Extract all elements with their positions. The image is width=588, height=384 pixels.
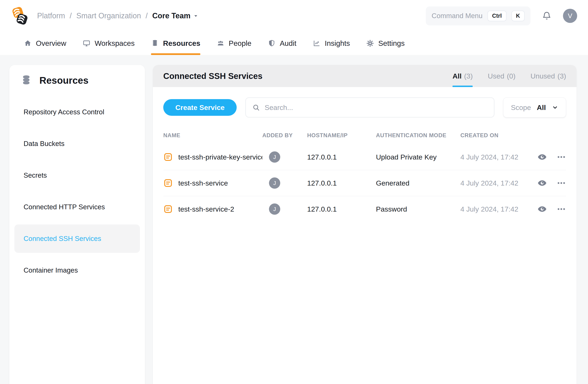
tab-resources[interactable]: Resources [151, 32, 200, 55]
command-menu-button[interactable]: Command Menu Ctrl K [426, 6, 530, 25]
home-icon [24, 39, 32, 47]
auth-mode: Generated [376, 179, 460, 187]
added-by-avatar[interactable]: J [269, 177, 280, 189]
gear-icon [366, 39, 374, 47]
col-created-on: CREATED ON [460, 132, 532, 139]
sidebar-item-repository-access-control[interactable]: Repository Access Control [14, 98, 140, 126]
filter-tab-label: Used [488, 72, 504, 80]
scope-value: All [537, 103, 546, 112]
search-box[interactable] [245, 97, 494, 117]
table-header-row: NAME ADDED BY HOSTNAME/IP AUTHENTICATION… [153, 127, 577, 144]
added-by-avatar[interactable]: J [269, 203, 280, 215]
main-panel: Connected SSH Services All (3) Used (0) … [153, 65, 577, 384]
tab-insights[interactable]: Insights [313, 32, 350, 55]
kbd-ctrl: Ctrl [487, 11, 506, 21]
scope-label: Scope [511, 103, 531, 112]
chevron-down-icon [552, 104, 558, 111]
table-row[interactable]: test-ssh-service J 127.0.0.1 Generated 4… [153, 170, 577, 196]
table-row[interactable]: test-ssh-private-key-service J 127.0.0.1… [153, 144, 577, 170]
tab-label: People [229, 39, 252, 47]
database-icon [151, 39, 159, 47]
sidebar-item-data-buckets[interactable]: Data Buckets [14, 130, 140, 158]
tab-label: Resources [163, 39, 200, 47]
tab-overview[interactable]: Overview [24, 32, 66, 55]
user-avatar[interactable]: V [563, 9, 577, 23]
sidebar-title: Resources [40, 75, 88, 86]
service-name: test-ssh-service-2 [178, 205, 234, 213]
service-file-icon [163, 204, 173, 214]
tab-label: Overview [36, 39, 66, 47]
table-row[interactable]: test-ssh-service-2 J 127.0.0.1 Password … [153, 196, 577, 222]
kbd-k: K [511, 11, 525, 21]
sidebar-item-connected-http-services[interactable]: Connected HTTP Services [14, 193, 140, 221]
monitor-icon [83, 39, 90, 47]
more-actions-icon[interactable] [557, 178, 566, 188]
tab-label: Insights [325, 39, 350, 47]
user-avatar-initial: V [568, 12, 572, 20]
create-service-button[interactable]: Create Service [163, 99, 237, 116]
sidebar-item-label: Container Images [23, 266, 78, 274]
search-icon [252, 103, 260, 111]
search-input[interactable] [265, 103, 488, 112]
tab-label: Workspaces [95, 39, 135, 47]
added-by-initial: J [273, 206, 276, 212]
filter-tab-all[interactable]: All (3) [452, 65, 473, 87]
col-name: NAME [163, 132, 262, 139]
bell-icon[interactable] [541, 10, 552, 21]
added-by-initial: J [273, 154, 276, 160]
service-file-icon [163, 178, 173, 188]
filter-tab-count: (0) [507, 72, 516, 80]
breadcrumb-team-label: Core Team [152, 11, 190, 20]
tab-people[interactable]: People [217, 32, 252, 55]
usage-filter-tabs: All (3) Used (0) Unused (3) [452, 65, 566, 87]
tab-audit[interactable]: Audit [268, 32, 296, 55]
shield-icon [268, 39, 276, 47]
tab-workspaces[interactable]: Workspaces [83, 32, 135, 55]
hostname: 127.0.0.1 [307, 205, 376, 213]
scope-dropdown[interactable]: Scope All [503, 97, 566, 117]
added-by-avatar[interactable]: J [269, 151, 280, 163]
sidebar-item-container-images[interactable]: Container Images [14, 256, 140, 285]
filter-tab-unused[interactable]: Unused (3) [530, 65, 566, 87]
hostname: 127.0.0.1 [307, 153, 376, 161]
logo-knot-icon [11, 6, 29, 26]
created-on: 4 July 2024, 17:42 [460, 153, 532, 161]
service-name: test-ssh-service [178, 179, 228, 187]
eye-icon[interactable] [537, 204, 547, 214]
filter-tab-label: All [452, 72, 462, 80]
sidebar-item-label: Secrets [23, 171, 47, 179]
more-actions-icon[interactable] [557, 152, 566, 162]
eye-icon[interactable] [537, 178, 547, 188]
resources-sidebar: Resources Repository Access Control Data… [9, 65, 145, 384]
breadcrumb: Platform / Smart Organization / Core Tea… [37, 11, 199, 20]
sidebar-item-secrets[interactable]: Secrets [14, 161, 140, 190]
filter-tab-count: (3) [557, 72, 566, 80]
breadcrumb-organization[interactable]: Smart Organization [76, 11, 141, 20]
toolbar: Create Service Scope All [153, 87, 577, 117]
breadcrumb-separator: / [70, 11, 72, 20]
page-body: Resources Repository Access Control Data… [0, 55, 588, 384]
auth-mode: Upload Private Key [376, 153, 460, 161]
sidebar-item-label: Connected SSH Services [23, 235, 101, 243]
tab-label: Audit [280, 39, 296, 47]
primary-nav: Overview Workspaces Resources People [11, 32, 577, 55]
eye-icon[interactable] [537, 152, 547, 162]
sidebar-item-connected-ssh-services[interactable]: Connected SSH Services [14, 225, 140, 253]
auth-mode: Password [376, 205, 460, 213]
breadcrumb-team-dropdown[interactable]: Core Team [152, 11, 199, 20]
col-hostname: HOSTNAME/IP [307, 132, 376, 139]
command-menu-label: Command Menu [432, 12, 483, 20]
sidebar-item-label: Connected HTTP Services [23, 203, 105, 211]
more-actions-icon[interactable] [557, 204, 566, 214]
main-panel-header: Connected SSH Services All (3) Used (0) … [153, 65, 577, 87]
added-by-initial: J [273, 180, 276, 186]
filter-tab-used[interactable]: Used (0) [488, 65, 515, 87]
hostname: 127.0.0.1 [307, 179, 376, 187]
tab-settings[interactable]: Settings [366, 32, 404, 55]
col-added-by: ADDED BY [262, 132, 307, 139]
people-icon [217, 39, 225, 47]
breadcrumb-platform[interactable]: Platform [37, 11, 65, 20]
caret-down-icon [193, 13, 199, 19]
filter-tab-label: Unused [530, 72, 555, 80]
created-on: 4 July 2024, 17:42 [460, 179, 532, 187]
